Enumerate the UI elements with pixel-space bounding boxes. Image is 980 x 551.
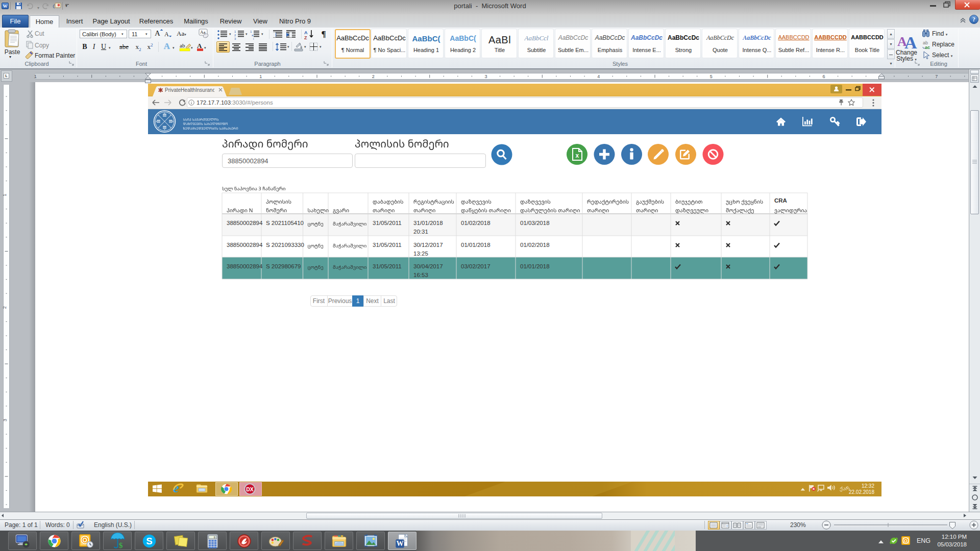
svg-text:$: $ <box>118 540 122 549</box>
svg-text:W: W <box>396 539 404 547</box>
svg-text:0: 0 <box>213 536 215 539</box>
svg-text:S: S <box>146 536 152 546</box>
svg-text:O: O <box>82 536 87 543</box>
